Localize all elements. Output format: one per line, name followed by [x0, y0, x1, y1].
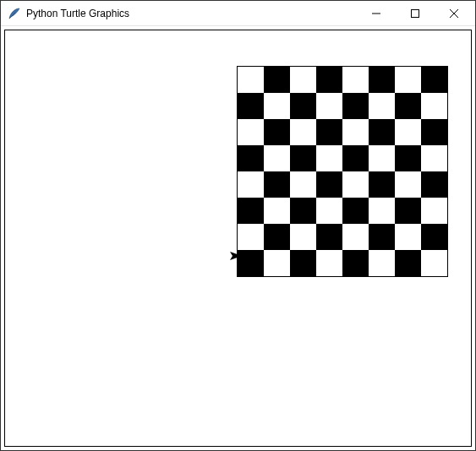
board-cell: [369, 224, 395, 250]
board-cell: [369, 198, 395, 224]
board-cell: [238, 119, 264, 145]
board-cell: [264, 119, 290, 145]
board-cell: [395, 224, 421, 250]
board-cell: [238, 250, 264, 276]
board-cell: [369, 119, 395, 145]
board-row: [238, 171, 447, 198]
board-cell: [316, 171, 342, 198]
board-cell: [342, 93, 369, 119]
board-cell: [264, 145, 290, 171]
board-cell: [238, 171, 264, 198]
board-cell: [264, 67, 290, 93]
board-cell: [316, 67, 342, 93]
board-cell: [395, 171, 421, 198]
board-cell: [238, 198, 264, 224]
board-cell: [342, 224, 369, 250]
canvas-container: [1, 26, 475, 450]
svg-rect-2: [412, 9, 419, 17]
window-controls: [357, 1, 473, 25]
board-cell: [342, 250, 369, 276]
board-cell: [290, 198, 316, 224]
board-cell: [264, 250, 290, 276]
board-cell: [316, 93, 342, 119]
board-cell: [395, 93, 421, 119]
board-cell: [316, 250, 342, 276]
close-button[interactable]: [435, 1, 473, 25]
board-cell: [316, 145, 342, 171]
board-cell: [264, 93, 290, 119]
maximize-button[interactable]: [396, 1, 435, 25]
board-cell: [238, 224, 264, 250]
board-cell: [395, 67, 421, 93]
turtle-canvas: [4, 30, 472, 447]
board-cell: [316, 198, 342, 224]
board-cell: [316, 224, 342, 250]
board-cell: [342, 145, 369, 171]
board-cell: [421, 224, 447, 250]
board-row: [238, 224, 447, 250]
feather-icon: [8, 7, 21, 20]
window-title: Python Turtle Graphics: [26, 8, 357, 19]
board-cell: [395, 198, 421, 224]
board-cell: [238, 145, 264, 171]
board-cell: [290, 67, 316, 93]
board-cell: [369, 93, 395, 119]
board-cell: [421, 250, 447, 276]
board-cell: [395, 145, 421, 171]
board-cell: [369, 250, 395, 276]
window-titlebar: Python Turtle Graphics: [1, 1, 475, 26]
board-cell: [264, 198, 290, 224]
board-cell: [342, 119, 369, 145]
board-cell: [290, 171, 316, 198]
board-row: [238, 93, 447, 119]
board-cell: [290, 119, 316, 145]
board-cell: [421, 145, 447, 171]
board-cell: [421, 93, 447, 119]
board-cell: [369, 171, 395, 198]
board-row: [238, 119, 447, 145]
board-cell: [369, 145, 395, 171]
board-cell: [342, 198, 369, 224]
board-cell: [290, 93, 316, 119]
board-row: [238, 250, 447, 276]
checkerboard: [237, 66, 448, 277]
board-cell: [342, 67, 369, 93]
board-cell: [421, 119, 447, 145]
board-cell: [342, 171, 369, 198]
board-cell: [238, 67, 264, 93]
board-cell: [290, 224, 316, 250]
board-row: [238, 198, 447, 224]
board-cell: [421, 198, 447, 224]
board-row: [238, 145, 447, 171]
board-cell: [238, 93, 264, 119]
board-row: [238, 67, 447, 93]
board-cell: [264, 171, 290, 198]
board-cell: [290, 250, 316, 276]
minimize-button[interactable]: [357, 1, 396, 25]
board-cell: [395, 119, 421, 145]
board-cell: [316, 119, 342, 145]
board-cell: [421, 171, 447, 198]
board-cell: [395, 250, 421, 276]
board-cell: [290, 145, 316, 171]
board-cell: [369, 67, 395, 93]
board-cell: [264, 224, 290, 250]
board-cell: [421, 67, 447, 93]
